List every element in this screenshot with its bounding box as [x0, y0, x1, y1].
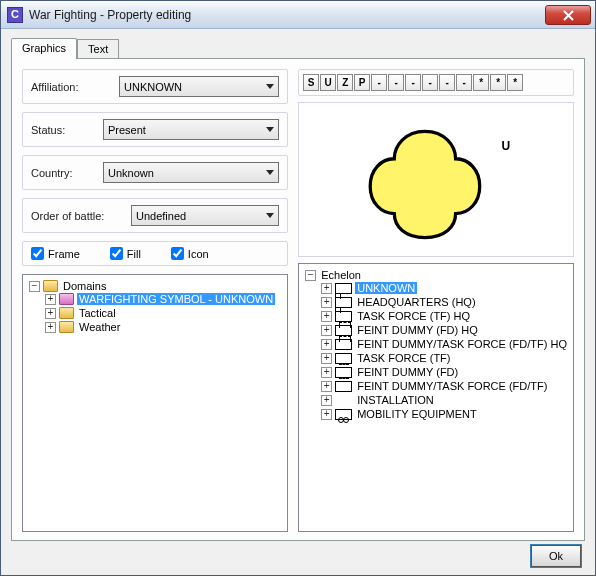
domains-root-node[interactable]: − Domains	[29, 280, 283, 292]
tree-item[interactable]: + Weather	[45, 321, 283, 333]
tabstrip: Graphics Text	[11, 37, 585, 58]
echelon-tree[interactable]: − Echelon + UNKNOWN + HEADQUARTERS (HQ) …	[298, 263, 574, 532]
window-title: War Fighting - Property editing	[29, 8, 545, 22]
code-cell[interactable]: *	[473, 74, 489, 91]
expand-icon[interactable]: +	[321, 339, 332, 350]
folder-icon	[59, 293, 74, 305]
display-options-group: Frame Fill Icon	[22, 241, 288, 266]
expand-icon[interactable]: +	[321, 283, 332, 294]
expand-icon[interactable]: +	[45, 294, 56, 305]
symbol-code-row: SUZP------***	[298, 69, 574, 96]
collapse-icon[interactable]: −	[29, 281, 40, 292]
close-button[interactable]	[545, 5, 591, 25]
collapse-icon[interactable]: −	[305, 270, 316, 281]
oob-combo[interactable]: Undefined	[131, 205, 279, 226]
tree-item[interactable]: + FEINT DUMMY/TASK FORCE (FD/TF) HQ	[321, 338, 569, 350]
oob-label: Order of battle:	[31, 210, 131, 222]
folder-icon	[43, 280, 58, 292]
expand-icon[interactable]: +	[321, 367, 332, 378]
expand-icon[interactable]: +	[321, 297, 332, 308]
code-cell[interactable]: -	[388, 74, 404, 91]
preview-svg: U	[299, 103, 573, 256]
country-combo[interactable]: Unknown	[103, 162, 279, 183]
close-icon	[563, 10, 575, 21]
status-combo[interactable]: Present	[103, 119, 279, 140]
echelon-icon	[335, 353, 352, 364]
tree-item[interactable]: + WARFIGHTING SYMBOL - UNKNOWN	[45, 293, 283, 305]
svg-text:U: U	[502, 139, 511, 153]
tree-item[interactable]: + MOBILITY EQUIPMENT	[321, 408, 569, 420]
ok-button[interactable]: Ok	[531, 545, 581, 567]
expand-icon[interactable]: +	[321, 381, 332, 392]
affiliation-combo[interactable]: UNKNOWN	[119, 76, 279, 97]
affiliation-label: Affiliation:	[31, 81, 119, 93]
tree-item[interactable]: + FEINT DUMMY/TASK FORCE (FD/TF)	[321, 380, 569, 392]
code-cell[interactable]: S	[303, 74, 319, 91]
echelon-icon	[335, 409, 352, 420]
expand-icon[interactable]: +	[321, 395, 332, 406]
echelon-root-node[interactable]: − Echelon	[305, 269, 569, 281]
dialog-window: War Fighting - Property editing Graphics…	[0, 0, 596, 576]
tree-item[interactable]: + Tactical	[45, 307, 283, 319]
button-row: Ok	[11, 541, 585, 569]
expand-icon[interactable]: +	[321, 311, 332, 322]
code-cell[interactable]: *	[490, 74, 506, 91]
app-icon	[7, 7, 23, 23]
tab-panel: Affiliation: UNKNOWN Status: Present Cou…	[11, 58, 585, 541]
tree-item[interactable]: + INSTALLATION	[321, 394, 569, 406]
tree-item[interactable]: + HEADQUARTERS (HQ)	[321, 296, 569, 308]
expand-icon[interactable]: +	[321, 325, 332, 336]
code-cell[interactable]: P	[354, 74, 370, 91]
symbol-preview: U	[298, 102, 574, 257]
oob-row: Order of battle: Undefined	[22, 198, 288, 233]
affiliation-row: Affiliation: UNKNOWN	[22, 69, 288, 104]
echelon-icon	[335, 325, 352, 336]
echelon-icon	[335, 311, 352, 322]
titlebar[interactable]: War Fighting - Property editing	[1, 1, 595, 29]
tab-text[interactable]: Text	[77, 39, 119, 58]
code-cell[interactable]: -	[422, 74, 438, 91]
client-area: Graphics Text Affiliation: UNKNOWN Statu…	[1, 29, 595, 575]
folder-icon	[59, 307, 74, 319]
code-cell[interactable]: -	[456, 74, 472, 91]
left-column: Affiliation: UNKNOWN Status: Present Cou…	[22, 69, 288, 532]
echelon-icon	[335, 367, 352, 378]
folder-icon	[59, 321, 74, 333]
tree-item[interactable]: + TASK FORCE (TF) HQ	[321, 310, 569, 322]
fill-checkbox[interactable]: Fill	[110, 247, 141, 260]
echelon-icon	[335, 381, 352, 392]
right-column: SUZP------*** U − Echelon	[298, 69, 574, 532]
code-cell[interactable]: *	[507, 74, 523, 91]
status-row: Status: Present	[22, 112, 288, 147]
expand-icon[interactable]: +	[45, 308, 56, 319]
echelon-icon	[335, 339, 352, 350]
tree-item[interactable]: + TASK FORCE (TF)	[321, 352, 569, 364]
domains-tree[interactable]: − Domains + WARFIGHTING SYMBOL - UNKNOWN…	[22, 274, 288, 532]
tree-item[interactable]: + FEINT DUMMY (FD)	[321, 366, 569, 378]
icon-checkbox[interactable]: Icon	[171, 247, 209, 260]
code-cell[interactable]: -	[439, 74, 455, 91]
code-cell[interactable]: -	[371, 74, 387, 91]
frame-checkbox[interactable]: Frame	[31, 247, 80, 260]
tree-item[interactable]: + UNKNOWN	[321, 282, 569, 294]
code-cell[interactable]: -	[405, 74, 421, 91]
tab-graphics[interactable]: Graphics	[11, 38, 77, 59]
code-cell[interactable]: U	[320, 74, 336, 91]
expand-icon[interactable]: +	[45, 322, 56, 333]
tree-item[interactable]: + FEINT DUMMY (FD) HQ	[321, 324, 569, 336]
country-row: Country: Unknown	[22, 155, 288, 190]
expand-icon[interactable]: +	[321, 409, 332, 420]
expand-icon[interactable]: +	[321, 353, 332, 364]
code-cell[interactable]: Z	[337, 74, 353, 91]
